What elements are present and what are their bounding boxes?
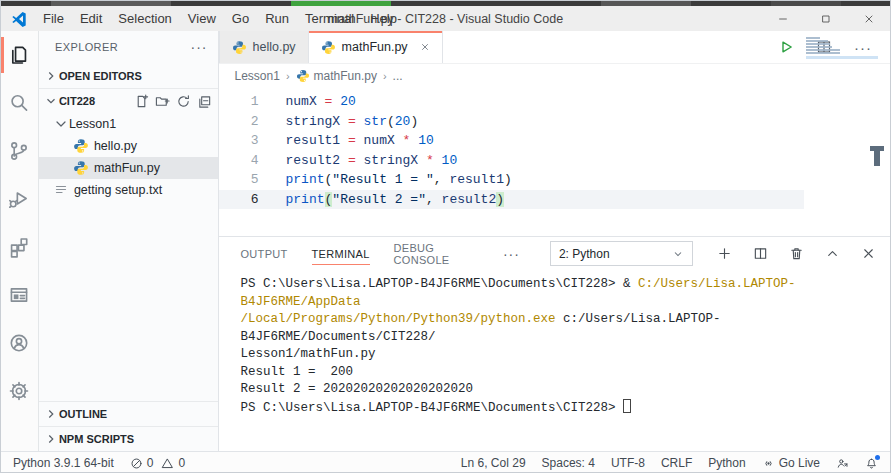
extensions-icon bbox=[8, 236, 30, 258]
feedback-icon bbox=[836, 457, 849, 470]
refresh-button[interactable] bbox=[176, 94, 191, 109]
breadcrumb-item[interactable]: mathFun.py bbox=[314, 69, 377, 83]
error-icon bbox=[130, 457, 143, 470]
panel-more-actions-icon[interactable]: ··· bbox=[503, 246, 520, 262]
settings-icon bbox=[8, 380, 30, 402]
activity-account[interactable] bbox=[1, 319, 38, 367]
python-icon bbox=[296, 69, 310, 83]
menu-bar: FileEditSelectionViewGoRunTerminalHelp bbox=[35, 6, 405, 31]
maximize-button[interactable] bbox=[804, 6, 847, 31]
search-icon bbox=[8, 92, 30, 114]
menu-help[interactable]: Help bbox=[362, 6, 405, 31]
explorer-icon bbox=[8, 44, 30, 66]
menu-run[interactable]: Run bbox=[257, 6, 297, 31]
menu-edit[interactable]: Edit bbox=[72, 6, 110, 31]
window-controls bbox=[761, 6, 890, 31]
outline-section[interactable]: OUTLINE bbox=[39, 401, 218, 426]
close-tab-icon[interactable] bbox=[420, 42, 430, 52]
close-button[interactable] bbox=[847, 6, 890, 31]
broadcast-icon bbox=[762, 457, 775, 470]
close-icon bbox=[863, 13, 875, 25]
minimize-button[interactable] bbox=[761, 6, 804, 31]
new-terminal-button[interactable] bbox=[717, 246, 732, 261]
tab-mathfun-py[interactable]: mathFun.py bbox=[309, 31, 443, 63]
indentation[interactable]: Spaces: 4 bbox=[542, 456, 595, 470]
chevron-right-icon bbox=[43, 406, 59, 422]
close-panel-button[interactable] bbox=[861, 246, 876, 261]
breadcrumb-item[interactable]: Lesson1 bbox=[235, 69, 280, 83]
new-file-button[interactable] bbox=[134, 94, 149, 109]
panel-header: OUTPUTTERMINALDEBUG CONSOLE ··· 2: Pytho… bbox=[219, 237, 890, 270]
activity-search[interactable] bbox=[1, 79, 38, 127]
chevron-down-icon bbox=[672, 248, 684, 260]
breadcrumb-item[interactable]: ... bbox=[393, 69, 403, 83]
menu-selection[interactable]: Selection bbox=[110, 6, 179, 31]
code-editor[interactable]: 1numX = 202stringX = str(20)3result1 = n… bbox=[219, 88, 890, 236]
kill-terminal-button[interactable] bbox=[789, 246, 804, 261]
minimap[interactable] bbox=[806, 37, 864, 55]
sidebar-title: EXPLORER bbox=[55, 41, 118, 53]
cursor-position[interactable]: Ln 6, Col 29 bbox=[461, 456, 526, 470]
npm-scripts-section[interactable]: NPM SCRIPTS bbox=[39, 426, 218, 451]
tree-item-lesson1[interactable]: Lesson1 bbox=[39, 113, 218, 135]
text-file-icon bbox=[53, 182, 69, 198]
tab-hello-py[interactable]: hello.py bbox=[219, 31, 309, 63]
python-interpreter[interactable]: Python 3.9.1 64-bit bbox=[13, 456, 114, 470]
tree-item-mathfun-py[interactable]: mathFun.py bbox=[39, 157, 218, 179]
encoding[interactable]: UTF-8 bbox=[611, 456, 645, 470]
npm-scripts-label: NPM SCRIPTS bbox=[59, 433, 134, 445]
python-icon bbox=[232, 40, 247, 55]
split-terminal-button[interactable] bbox=[753, 246, 768, 261]
workspace-section[interactable]: CIT228 bbox=[39, 88, 218, 113]
activity-live-preview[interactable] bbox=[1, 271, 38, 319]
notifications[interactable] bbox=[865, 457, 878, 470]
file-tree: Lesson1hello.pymathFun.pygetting setup.t… bbox=[39, 113, 218, 201]
go-live[interactable]: Go Live bbox=[762, 456, 820, 470]
vscode-window: mathFun.py - CIT228 - Visual Studio Code… bbox=[0, 0, 891, 473]
activity-extensions[interactable] bbox=[1, 223, 38, 271]
terminal-selector-value: 2: Python bbox=[559, 247, 610, 261]
python-icon bbox=[73, 138, 89, 154]
editor-group: hello.pymathFun.py ··· Lesson1›mathFun.p… bbox=[219, 31, 890, 451]
tree-item-getting-setup-txt[interactable]: getting setup.txt bbox=[39, 179, 218, 201]
workspace-label: CIT228 bbox=[59, 95, 95, 107]
terminal-selector-dropdown[interactable]: 2: Python bbox=[550, 241, 693, 266]
tree-item-label: getting setup.txt bbox=[74, 183, 162, 197]
menu-view[interactable]: View bbox=[180, 6, 224, 31]
tree-item-hello-py[interactable]: hello.py bbox=[39, 135, 218, 157]
line-number: 4 bbox=[219, 151, 259, 171]
line-number: 6 bbox=[219, 190, 259, 210]
open-editors-section[interactable]: OPEN EDITORS bbox=[39, 63, 218, 88]
feedback[interactable] bbox=[836, 457, 849, 470]
collapse-all-button[interactable] bbox=[197, 94, 212, 109]
tab-label: hello.py bbox=[253, 40, 296, 54]
panel-tab-terminal[interactable]: TERMINAL bbox=[312, 237, 370, 270]
line-number: 2 bbox=[219, 112, 259, 132]
activity-source-control[interactable] bbox=[1, 127, 38, 175]
eol-sequence[interactable]: CRLF bbox=[661, 456, 692, 470]
activity-run-and-debug[interactable] bbox=[1, 175, 38, 223]
panel-tab-output[interactable]: OUTPUT bbox=[241, 237, 288, 270]
new-folder-button[interactable] bbox=[155, 94, 170, 109]
terminal-line: Result 1 = 200 bbox=[241, 364, 882, 382]
code-text: print("Result 1 = ", result1) bbox=[259, 170, 512, 190]
line-number: 3 bbox=[219, 131, 259, 151]
terminal-output[interactable]: PS C:\Users\Lisa.LAPTOP-B4JF6RME\Documen… bbox=[219, 270, 890, 451]
explorer-more-actions-icon[interactable]: ··· bbox=[191, 39, 208, 55]
problems[interactable]: 00 bbox=[130, 456, 185, 470]
status-label: Python bbox=[708, 456, 745, 470]
run-and-debug-icon bbox=[8, 188, 30, 210]
language-mode[interactable]: Python bbox=[708, 456, 745, 470]
vscode-logo-icon bbox=[11, 11, 27, 27]
activity-settings[interactable] bbox=[1, 367, 38, 415]
menu-terminal[interactable]: Terminal bbox=[297, 6, 362, 31]
workspace-actions bbox=[134, 94, 212, 109]
run-python-file-button[interactable] bbox=[778, 39, 794, 55]
maximize-panel-button[interactable] bbox=[825, 246, 840, 261]
menu-file[interactable]: File bbox=[35, 6, 72, 31]
activity-explorer[interactable] bbox=[1, 31, 38, 79]
tree-item-label: hello.py bbox=[94, 139, 137, 153]
menu-go[interactable]: Go bbox=[224, 6, 257, 31]
explorer-sidebar: EXPLORER ··· OPEN EDITORS CIT228 Lesson1… bbox=[39, 31, 219, 451]
panel-tab-debug-console[interactable]: DEBUG CONSOLE bbox=[394, 237, 479, 270]
